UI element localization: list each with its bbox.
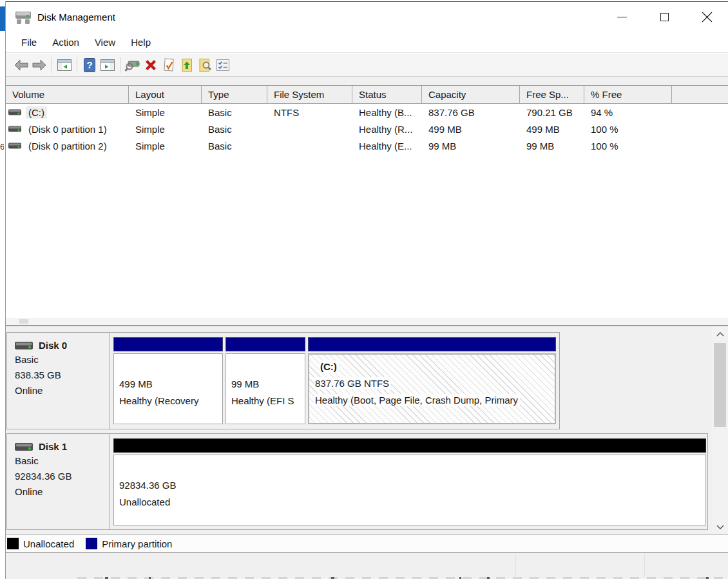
- table-row-partition-2[interactable]: (Disk 0 partition 2) Simple Basic Health…: [6, 137, 728, 154]
- legend-label: Primary partition: [102, 538, 172, 549]
- graphical-view-pane: Disk 0 Basic 838.35 GB Online 499 MB Hea…: [6, 327, 728, 534]
- cell-pct-free: 100 %: [584, 141, 672, 152]
- disk-name: Disk 0: [39, 340, 67, 351]
- menu-bar: File Action View Help: [6, 32, 728, 53]
- background-artifact: 6: [0, 142, 4, 152]
- partition-size: 92834.36 GB: [119, 477, 705, 494]
- volume-name: (Disk 0 partition 1): [26, 123, 110, 135]
- disk-0-label-panel[interactable]: Disk 0 Basic 838.35 GB Online: [7, 333, 110, 429]
- menu-item-action[interactable]: Action: [44, 34, 87, 50]
- help-icon: ?: [82, 57, 97, 73]
- folder-up-button[interactable]: [178, 56, 196, 74]
- folder-find-button[interactable]: [196, 56, 214, 74]
- partition-size: 499 MB: [119, 376, 222, 393]
- disk-name: Disk 1: [39, 441, 67, 452]
- scrollbar-thumb[interactable]: [714, 343, 726, 427]
- volume-icon: [8, 142, 21, 150]
- cell-type: Basic: [202, 124, 267, 135]
- chevron-down-icon: [716, 525, 724, 529]
- forward-button[interactable]: [30, 56, 48, 74]
- toolbar-separator: [52, 57, 52, 73]
- column-header-status[interactable]: Status: [352, 86, 422, 103]
- legend-bar: Unallocated Primary partition: [6, 535, 728, 553]
- partition-color-bar: [308, 337, 556, 351]
- partition-efi[interactable]: 99 MB Healthy (EFI S: [225, 337, 305, 426]
- disk-1-row: Disk 1 Basic 92834.36 GB Online 92834.36…: [6, 433, 708, 530]
- close-button[interactable]: [685, 2, 728, 32]
- cell-capacity: 837.76 GB: [422, 107, 520, 118]
- column-header-free-space[interactable]: Free Sp...: [520, 86, 584, 103]
- checklist-icon: [215, 57, 231, 73]
- show-action-pane-icon: [100, 58, 115, 72]
- partition-size: 837.76 GB NTFS: [314, 377, 391, 389]
- vertical-scrollbar[interactable]: [712, 327, 728, 534]
- scroll-up-button[interactable]: [712, 328, 728, 340]
- background-window-edge: [0, 6, 5, 31]
- status-bar-separator: [644, 554, 645, 576]
- svg-text:?: ?: [86, 59, 92, 70]
- chevron-up-icon: [716, 332, 724, 337]
- checklist-button[interactable]: [214, 56, 232, 74]
- partition-recovery[interactable]: 499 MB Healthy (Recovery: [113, 337, 223, 426]
- cell-type: Basic: [202, 107, 267, 118]
- menu-item-help[interactable]: Help: [123, 34, 158, 50]
- column-header-type[interactable]: Type: [202, 86, 267, 103]
- toolbar-gap: [6, 77, 728, 85]
- cell-capacity: 99 MB: [422, 141, 520, 152]
- show-console-tree-button[interactable]: [55, 56, 73, 74]
- menu-item-file[interactable]: File: [14, 34, 44, 50]
- status-bar: [6, 553, 728, 579]
- disk-icon: [15, 340, 33, 351]
- cell-pct-free: 100 %: [584, 124, 672, 135]
- column-header-pct-free[interactable]: % Free: [584, 86, 672, 103]
- table-row-partition-1[interactable]: (Disk 0 partition 1) Simple Basic Health…: [6, 121, 728, 137]
- column-header-layout[interactable]: Layout: [129, 86, 202, 103]
- cell-capacity: 499 MB: [422, 124, 520, 135]
- pane-splitter[interactable]: [6, 318, 728, 327]
- check-document-button[interactable]: [160, 56, 178, 74]
- disk-size: 92834.36 GB: [15, 470, 110, 483]
- toolbar-separator: [120, 57, 120, 73]
- minimize-button[interactable]: [600, 2, 643, 32]
- column-header-file-system[interactable]: File System: [267, 86, 352, 103]
- volume-name: (C:): [26, 106, 47, 119]
- unallocated-partition[interactable]: 92834.36 GB Unallocated: [113, 438, 706, 527]
- delete-icon: [143, 57, 158, 73]
- show-action-pane-button[interactable]: [99, 56, 117, 74]
- scroll-down-button[interactable]: [712, 521, 728, 533]
- volume-icon: [8, 108, 21, 116]
- table-row-c[interactable]: (C:) Simple Basic NTFS Healthy (B... 837…: [6, 104, 728, 121]
- menu-item-view[interactable]: View: [87, 34, 123, 50]
- maximize-icon: [660, 13, 669, 21]
- column-header-blank: [672, 86, 728, 103]
- help-button[interactable]: ?: [81, 56, 99, 74]
- disk-icon: [15, 442, 33, 452]
- back-button[interactable]: [12, 56, 30, 74]
- disk-size: 838.35 GB: [15, 369, 110, 382]
- cell-free-space: 99 MB: [520, 141, 584, 152]
- minimize-icon: [617, 17, 627, 17]
- partition-status: Healthy (Recovery: [119, 393, 222, 409]
- column-header-capacity[interactable]: Capacity: [422, 86, 520, 103]
- column-header-volume[interactable]: Volume: [6, 86, 129, 103]
- list-header: Volume Layout Type File System Status Ca…: [6, 86, 728, 104]
- delete-volume-button[interactable]: [142, 56, 160, 74]
- partition-c[interactable]: (C:) 837.76 GB NTFS Healthy (Boot, Page …: [308, 337, 556, 426]
- partition-status: Healthy (EFI S: [231, 393, 305, 409]
- disk-1-label-panel[interactable]: Disk 1 Basic 92834.36 GB Online: [7, 434, 110, 529]
- status-bar-separator: [515, 554, 516, 576]
- legend-label: Unallocated: [23, 538, 74, 549]
- disk-management-app-icon: [15, 10, 32, 25]
- cell-layout: Simple: [129, 124, 202, 135]
- partition-status: Healthy (Boot, Page File, Crash Dump, Pr…: [314, 394, 520, 406]
- partition-color-bar: [113, 337, 223, 351]
- volume-icon: [8, 125, 21, 133]
- volume-name: (Disk 0 partition 2): [26, 140, 110, 152]
- cell-free-space: 499 MB: [520, 124, 584, 135]
- volume-list: Volume Layout Type File System Status Ca…: [6, 85, 728, 318]
- device-inspect-button[interactable]: [124, 56, 142, 74]
- maximize-button[interactable]: [643, 2, 685, 32]
- cell-type: Basic: [202, 141, 267, 152]
- partition-color-bar: [225, 337, 305, 351]
- window-title: Disk Management: [37, 12, 115, 23]
